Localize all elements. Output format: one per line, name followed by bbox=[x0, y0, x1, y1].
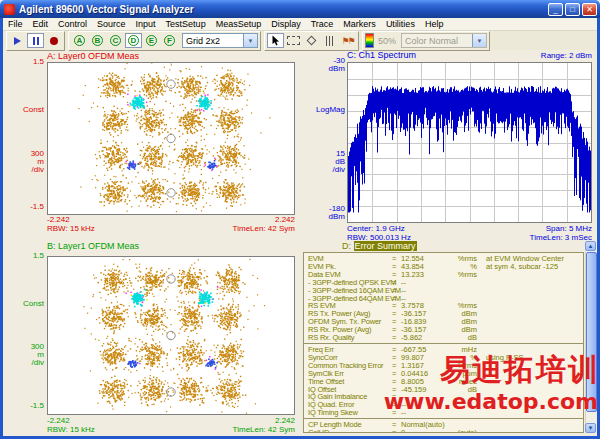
record-button[interactable] bbox=[45, 33, 62, 48]
window-titlebar[interactable]: Agilent 89600 Vector Signal Analyzer _ □… bbox=[0, 0, 600, 18]
flag-marker-tool-button[interactable]: ⚑⚑ bbox=[339, 33, 356, 48]
minimize-button[interactable]: _ bbox=[548, 3, 563, 16]
constellation-canvas-b bbox=[48, 257, 294, 414]
trace-button-d[interactable]: D bbox=[125, 33, 142, 48]
panel-d-title-prefix: D: bbox=[342, 241, 354, 251]
flag-icon: ⚑⚑ bbox=[341, 36, 353, 46]
panel-b-y-axis-label: -1.5 bbox=[4, 402, 44, 410]
error-summary-row: RS Rx. Quality=-5.862dB bbox=[304, 334, 583, 342]
watermark-text: 易迪拓培训 bbox=[440, 350, 600, 391]
application-window: Agilent 89600 Vector Signal Analyzer _ □… bbox=[0, 0, 600, 439]
menu-meassetup[interactable]: MeasSetup bbox=[211, 19, 267, 29]
menu-help[interactable]: Help bbox=[420, 19, 449, 29]
panel-b-title: B: Layer1 OFDM Meas bbox=[47, 241, 139, 251]
toolbar: ABCDEF Grid 2x2 ▼ ⚑⚑ 50% Color Normal ▼ bbox=[3, 31, 597, 50]
transport-group bbox=[6, 31, 65, 51]
window-title: Agilent 89600 Vector Signal Analyzer bbox=[19, 4, 548, 15]
record-icon bbox=[50, 37, 58, 45]
zoom-select-tool-button[interactable] bbox=[285, 33, 302, 48]
error-summary-row: Cell ID=0(auto) bbox=[304, 429, 583, 433]
menu-file[interactable]: File bbox=[3, 19, 28, 29]
panel-b-x-min: -2.242 bbox=[47, 416, 70, 425]
panel-c-y-axis-label: -180dBm bbox=[300, 205, 345, 221]
error-summary-row: EVM Pk.=43.854%at sym 4, subcar -125 bbox=[304, 263, 583, 271]
panel-c-title: C: Ch1 Spectrum bbox=[347, 51, 416, 60]
panel-b-x-max: 2.242 bbox=[275, 416, 295, 425]
panel-b-y-axis-label: Const bbox=[4, 300, 44, 308]
app-icon bbox=[4, 4, 15, 15]
panel-b-y-axis-label: 1.5 bbox=[4, 252, 44, 260]
error-summary-row: - 3GPP-defined 64QAM EVM=-- bbox=[304, 295, 583, 303]
vertical-lines-icon bbox=[326, 36, 333, 46]
maximize-button[interactable]: □ bbox=[565, 3, 580, 16]
panel-c-spectrum-plot[interactable] bbox=[347, 62, 592, 223]
window-border-left bbox=[0, 18, 3, 439]
color-scale-icon bbox=[365, 33, 374, 48]
panel-b-constellation-plot[interactable] bbox=[47, 256, 295, 415]
menu-display[interactable]: Display bbox=[266, 19, 306, 29]
trace-button-e[interactable]: E bbox=[143, 33, 160, 48]
panel-c-y-axis-label: 15dB/div bbox=[300, 150, 345, 174]
trace-button-f[interactable]: F bbox=[161, 33, 178, 48]
menu-bar: FileEditControlSourceInputTestSetupMeasS… bbox=[3, 18, 597, 31]
panel-c-y-axis-label: LogMag bbox=[300, 106, 345, 114]
colormap-percent-label: 50% bbox=[378, 36, 396, 46]
panel-a-x-min: -2.242 bbox=[47, 215, 70, 224]
panel-a-constellation-plot[interactable] bbox=[47, 62, 295, 215]
pointer-tool-button[interactable] bbox=[267, 33, 284, 48]
panel-c-center: Center: 1.9 GHz bbox=[347, 224, 405, 233]
menu-source[interactable]: Source bbox=[92, 19, 131, 29]
menu-edit[interactable]: Edit bbox=[28, 19, 54, 29]
menu-utilities[interactable]: Utilities bbox=[381, 19, 420, 29]
spectrum-canvas bbox=[348, 63, 591, 222]
panel-a-y-axis-label: Const bbox=[4, 106, 44, 114]
panel-d-title[interactable]: Error Summary bbox=[354, 241, 417, 251]
panel-a-y-axis-label: 300m/div bbox=[4, 150, 44, 174]
marker-tools-group: ⚑⚑ bbox=[264, 31, 359, 51]
color-mode-value: Color Normal bbox=[402, 36, 472, 46]
panel-a-timelen: TimeLen: 42 Sym bbox=[233, 224, 295, 233]
offset-marker-tool-button[interactable] bbox=[303, 33, 320, 48]
trace-button-c[interactable]: C bbox=[107, 33, 124, 48]
pause-button[interactable] bbox=[27, 33, 44, 48]
panel-c-timelen: TimeLen: 3 mSec bbox=[530, 233, 592, 242]
grid-layout-value: Grid 2x2 bbox=[183, 36, 243, 46]
menu-input[interactable]: Input bbox=[131, 19, 161, 29]
trace-button-b[interactable]: B bbox=[89, 33, 106, 48]
menu-testsetup[interactable]: TestSetup bbox=[161, 19, 211, 29]
play-icon bbox=[14, 37, 21, 45]
grid-layout-select[interactable]: Grid 2x2 ▼ bbox=[182, 33, 258, 48]
color-group: 50% Color Normal ▼ bbox=[362, 31, 490, 51]
close-button[interactable]: ✕ bbox=[582, 3, 597, 16]
chevron-down-icon[interactable]: ▼ bbox=[243, 34, 257, 47]
color-mode-select[interactable]: Color Normal ▼ bbox=[401, 33, 487, 48]
band-marker-tool-button[interactable] bbox=[321, 33, 338, 48]
panel-c-range: Range: 2 dBm bbox=[541, 51, 592, 60]
constellation-canvas-a bbox=[48, 63, 294, 214]
panel-b-rbw: RBW: 15 kHz bbox=[47, 425, 95, 434]
scroll-up-button[interactable]: ▲ bbox=[585, 241, 596, 251]
play-button[interactable] bbox=[9, 33, 26, 48]
panel-a-rbw: RBW: 15 kHz bbox=[47, 224, 95, 233]
marquee-icon bbox=[287, 36, 300, 45]
panel-a-y-axis-label: -1.5 bbox=[4, 203, 44, 211]
trace-select-group: ABCDEF Grid 2x2 ▼ bbox=[68, 31, 261, 51]
chevron-down-icon[interactable]: ▼ bbox=[472, 34, 486, 47]
diamond-icon bbox=[307, 36, 317, 46]
arrow-cursor-icon bbox=[271, 35, 280, 46]
menu-trace[interactable]: Trace bbox=[306, 19, 339, 29]
trace-buttons: ABCDEF bbox=[71, 33, 178, 48]
scroll-down-button[interactable]: ▼ bbox=[585, 423, 596, 433]
panel-b-y-axis-label: 300m/div bbox=[4, 343, 44, 367]
panel-a-y-axis-label: 1.5 bbox=[4, 58, 44, 66]
pause-icon bbox=[33, 37, 39, 45]
panel-b-timelen: TimeLen: 42 Sym bbox=[233, 425, 295, 434]
menu-markers[interactable]: Markers bbox=[338, 19, 381, 29]
menu-control[interactable]: Control bbox=[53, 19, 92, 29]
panel-a-title: A: Layer0 OFDM Meas bbox=[47, 51, 139, 61]
panel-a-x-max: 2.242 bbox=[275, 215, 295, 224]
error-summary-row: CP Length Mode=Normal(auto) bbox=[304, 421, 583, 429]
panel-c-span: Span: 5 MHz bbox=[546, 224, 592, 233]
watermark-url: www.edatop.com bbox=[384, 389, 598, 414]
trace-button-a[interactable]: A bbox=[71, 33, 88, 48]
